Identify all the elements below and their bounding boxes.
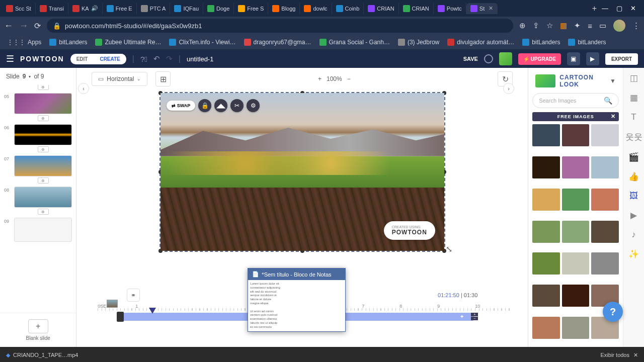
browser-tab[interactable]: CRIAN [399, 3, 434, 14]
bookmark-item[interactable]: bitLanders [565, 37, 609, 47]
browser-tab[interactable]: dowlc [300, 3, 332, 14]
text-icon[interactable]: T [631, 112, 636, 122]
extension-icon[interactable]: ▦ [560, 21, 567, 30]
upgrade-button[interactable]: ⚡ UPGRADE [518, 53, 561, 65]
profile-avatar[interactable] [613, 20, 625, 32]
zoom-in-button[interactable]: + [318, 75, 321, 82]
transition-icon[interactable]: ⊕ [38, 115, 49, 121]
reload-icon[interactable]: ⟳ [34, 21, 41, 31]
address-bar[interactable]: 🔒 powtoon.com/html5-studio/#/edit/gaaSx0… [47, 19, 513, 33]
image-thumbnail[interactable] [591, 221, 619, 243]
image-thumbnail[interactable] [562, 124, 590, 146]
background-icon[interactable]: ▦ [630, 93, 638, 103]
keyframe-icon[interactable]: ✦ [460, 314, 464, 319]
zoom-icon[interactable]: ⊕ [519, 21, 526, 30]
tabs-icon[interactable]: ▭ [599, 21, 606, 30]
slide-thumbnail[interactable] [14, 218, 72, 242]
specials-icon[interactable]: ✨ [628, 249, 639, 259]
slide-thumbnail[interactable] [14, 187, 72, 208]
props-icon[interactable]: 🎬 [628, 152, 639, 162]
play-preview-icon[interactable]: ▶ [586, 52, 599, 65]
preview-icon[interactable]: ▣ [567, 52, 580, 65]
new-tab-button[interactable]: + [587, 4, 602, 13]
menu-icon[interactable]: ⋮ [632, 21, 640, 30]
browser-tab[interactable]: Free S [234, 3, 268, 14]
bookmark-star-icon[interactable]: ☆ [546, 21, 553, 30]
shapes-icon[interactable]: 👍 [628, 171, 639, 182]
browser-tab[interactable]: Scc St [2, 3, 36, 14]
image-thumbnail[interactable] [562, 221, 590, 243]
crop-icon[interactable]: ✂ [230, 99, 244, 112]
image-thumbnail[interactable] [591, 124, 619, 146]
canvas-stage[interactable]: ⤡ ⇄ SWAP 🔒 ◢◣ ✂ ⚙ CREATED USING POWTO [76, 90, 528, 287]
notepad-preview-window[interactable]: 📄 *Sem título - Bloco de Notas Lorem ips… [248, 268, 346, 332]
browser-tab[interactable]: Powtc [434, 3, 466, 14]
close-downloads-icon[interactable]: ✕ [633, 352, 638, 358]
image-thumbnail[interactable] [562, 156, 590, 178]
track-end-buttons[interactable]: +− [471, 313, 478, 320]
bookmark-item[interactable]: bitLanders [519, 37, 563, 47]
menu-hamburger-icon[interactable]: ☰ [6, 53, 14, 64]
transition-icon[interactable]: ⊕ [38, 209, 49, 215]
add-blank-slide-button[interactable]: + [28, 319, 48, 333]
minimize-icon[interactable]: — [602, 5, 608, 12]
clip-thumbnail[interactable] [107, 300, 118, 308]
download-item[interactable]: ◆ CRIANDO_1_TAPE…mp4 [6, 352, 78, 358]
forward-icon[interactable]: → [19, 21, 28, 31]
redo-icon[interactable]: ↷ [166, 54, 173, 63]
search-images-input[interactable]: Search Images 🔍 [532, 93, 619, 108]
bookmark-item[interactable]: ClixTen.info - Viewi… [166, 37, 238, 47]
flip-icon[interactable]: ◢◣ [214, 99, 227, 112]
image-thumbnail[interactable] [532, 156, 560, 178]
back-icon[interactable]: ← [4, 21, 13, 31]
layouts-icon[interactable]: ◫ [630, 73, 638, 83]
look-selector[interactable]: CARTOON LOOK ▼ [532, 72, 619, 93]
transition-icon[interactable]: ⊕ [38, 177, 49, 184]
browser-tab[interactable]: Blogg [268, 3, 300, 14]
document-title[interactable]: untitled-1 [187, 55, 213, 63]
mode-toggle[interactable]: EDIT CREATE [70, 54, 126, 64]
bookmark-item[interactable]: Grana Social - Ganh… [316, 37, 393, 47]
browser-tab[interactable]: PTC A [137, 3, 171, 14]
selected-element-frame[interactable]: ⤡ ⇄ SWAP 🔒 ◢◣ ✂ ⚙ CREATED USING POWTO [159, 92, 445, 252]
orientation-dropdown[interactable]: ▭ Horizontal ⌄ [92, 72, 147, 86]
slide-thumbnail[interactable] [14, 124, 72, 145]
layout-grid-button[interactable]: ⊞ [155, 71, 171, 86]
image-thumbnail[interactable] [532, 285, 560, 307]
lock-icon[interactable]: 🔒 [198, 99, 211, 112]
reading-list-icon[interactable]: ≡ [588, 22, 592, 30]
image-thumbnail[interactable] [562, 285, 590, 307]
browser-tab[interactable]: KA🔊 [68, 3, 103, 14]
share-icon[interactable]: ⇪ [533, 21, 539, 30]
export-button[interactable]: EXPORT [605, 53, 638, 65]
image-thumbnail[interactable] [591, 252, 619, 275]
bookmark-item[interactable]: Zubee Ultimate Re… [92, 37, 164, 47]
browser-tab[interactable]: Doge [203, 3, 234, 14]
close-tab-icon[interactable]: ✕ [489, 5, 493, 12]
graph-button[interactable]: ⚭ [127, 289, 140, 302]
image-thumbnail[interactable] [562, 252, 590, 275]
settings-icon[interactable]: ⚙ [247, 99, 260, 112]
rotate-handle-icon[interactable]: ⤡ [446, 244, 452, 254]
image-thumbnail[interactable] [532, 189, 560, 211]
maximize-icon[interactable]: ▢ [616, 5, 622, 12]
slide-thumbnail[interactable] [14, 93, 72, 114]
browser-tab[interactable]: Coinb [332, 3, 364, 14]
transition-icon[interactable]: ⊕ [38, 146, 49, 152]
collapse-slides-icon[interactable]: ‹ [78, 83, 89, 94]
swap-button[interactable]: ⇄ SWAP [167, 101, 196, 111]
slide-thumbnail[interactable] [14, 155, 72, 176]
playhead[interactable] [149, 308, 156, 314]
images-icon[interactable]: 🖼 [629, 191, 638, 201]
help-icon[interactable]: ?⃝ [140, 55, 147, 63]
track-start-handle[interactable] [117, 312, 124, 322]
browser-tab[interactable]: St✕ [466, 3, 498, 14]
bookmark-item[interactable]: (3) Jedbrow [395, 37, 442, 47]
search-icon[interactable]: 🔍 [604, 97, 612, 105]
sound-icon[interactable]: ♪ [631, 230, 636, 240]
image-thumbnail[interactable] [591, 156, 619, 178]
save-button[interactable]: SAVE [463, 56, 478, 62]
help-fab-button[interactable]: ? [603, 302, 623, 322]
image-thumbnail[interactable] [562, 189, 590, 211]
image-thumbnail[interactable] [532, 317, 560, 339]
